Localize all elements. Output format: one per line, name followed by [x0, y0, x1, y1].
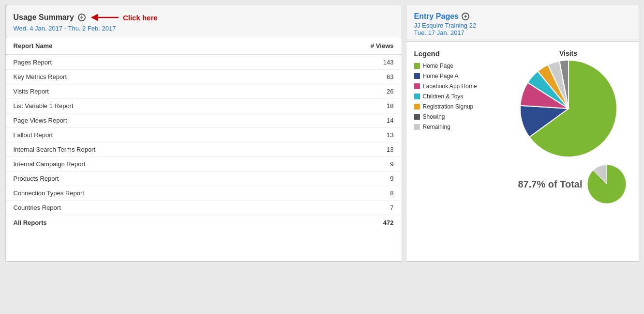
usage-summary-title: Usage Summary	[14, 13, 74, 22]
legend-item-label: Remaining	[423, 124, 450, 130]
report-table-container: Report Name # Views Pages Report143Key M…	[6, 37, 402, 261]
usage-summary-add-icon[interactable]: +	[78, 14, 86, 21]
report-views: 26	[289, 84, 401, 99]
legend-item-label: Showing	[423, 113, 445, 120]
entry-pages-subtitle1: JJ Esquire Training 22	[414, 22, 631, 29]
legend-item: Home Page	[414, 63, 501, 69]
report-views: 63	[289, 70, 401, 84]
main-pie-chart	[520, 60, 617, 157]
all-reports-label: All Reports	[6, 215, 290, 231]
report-views: 14	[289, 113, 401, 128]
report-name: Visits Report	[6, 84, 290, 99]
chart-section: Legend Home PageHome Page AFacebook App …	[414, 49, 631, 204]
right-header: Entry Pages + JJ Esquire Training 22 Tue…	[406, 5, 639, 42]
left-header-title: Usage Summary + Click here	[14, 12, 394, 23]
right-body: Legend Home PageHome Page AFacebook App …	[406, 42, 639, 261]
legend-section: Legend Home PageHome Page AFacebook App …	[414, 49, 501, 134]
legend-item-label: Facebook App Home	[423, 83, 477, 90]
legend-color-box	[414, 83, 420, 89]
arrow-icon	[90, 12, 121, 23]
report-views: 9	[289, 157, 401, 172]
report-views: 8	[289, 186, 401, 201]
legend-color-box	[414, 124, 420, 130]
all-reports-views: 472	[289, 215, 401, 231]
table-row: Key Metrics Report63	[6, 70, 402, 84]
col-report-name: Report Name	[6, 37, 290, 55]
report-views: 13	[289, 128, 401, 142]
chart-title: Visits	[559, 49, 577, 57]
col-views: # Views	[289, 37, 401, 55]
report-name: Internal Campaign Report	[6, 157, 290, 172]
report-views: 7	[289, 201, 401, 215]
table-row: Countries Report7	[6, 201, 402, 215]
legend-color-box	[414, 94, 420, 99]
table-row: Page Views Report14	[6, 113, 402, 128]
date-range: Wed. 4 Jan. 2017 - Thu. 2 Feb. 2017	[14, 25, 394, 32]
left-header: Usage Summary + Click here	[6, 5, 402, 37]
secondary-label: 87.7% of Total	[518, 179, 583, 190]
legend-item-label: Home Page A	[423, 73, 459, 79]
table-row: Products Report9	[6, 172, 402, 186]
table-row: Connection Types Report8	[6, 186, 402, 201]
report-views: 143	[289, 55, 401, 70]
pie-section: Visits 87.7% of Total	[506, 49, 631, 204]
report-views: 18	[289, 99, 401, 113]
legend-item: Home Page A	[414, 73, 501, 79]
report-name: Products Report	[6, 172, 290, 186]
right-header-title: Entry Pages +	[414, 12, 631, 21]
report-name: List Variable 1 Report	[6, 99, 290, 113]
report-table: Report Name # Views Pages Report143Key M…	[6, 37, 402, 230]
table-row: Internal Search Terms Report13	[6, 142, 402, 157]
secondary-chart: 87.7% of Total	[518, 165, 626, 204]
click-here-label[interactable]: Click here	[123, 14, 158, 22]
table-row: Visits Report26	[6, 84, 402, 99]
right-panel: Entry Pages + JJ Esquire Training 22 Tue…	[406, 5, 639, 262]
legend-color-box	[414, 114, 420, 120]
report-name: Connection Types Report	[6, 186, 290, 201]
left-panel: Usage Summary + Click here	[5, 5, 402, 262]
report-views: 13	[289, 142, 401, 157]
entry-pages-title: Entry Pages	[414, 12, 459, 21]
legend-item: Facebook App Home	[414, 83, 501, 90]
table-header-row: Report Name # Views	[6, 37, 402, 55]
table-row: Pages Report143	[6, 55, 402, 70]
legend-item: Children & Toys	[414, 93, 501, 100]
click-here-container: Click here	[90, 12, 158, 23]
entry-pages-subtitle2: Tue. 17 Jan. 2017	[414, 29, 631, 36]
table-row: Internal Campaign Report9	[6, 157, 402, 172]
report-views: 9	[289, 172, 401, 186]
report-name: Internal Search Terms Report	[6, 142, 290, 157]
report-tbody: Pages Report143Key Metrics Report63Visit…	[6, 55, 402, 230]
secondary-pie-chart	[587, 165, 626, 204]
table-row: List Variable 1 Report18	[6, 99, 402, 113]
legend-item: Remaining	[414, 124, 501, 130]
legend-title: Legend	[414, 49, 501, 58]
main-container: Usage Summary + Click here	[5, 5, 639, 262]
report-name: Fallout Report	[6, 128, 290, 142]
legend-item-label: Home Page	[423, 63, 453, 69]
legend-color-box	[414, 63, 420, 69]
all-reports-row: All Reports472	[6, 215, 402, 231]
legend-items: Home PageHome Page AFacebook App HomeChi…	[414, 63, 501, 130]
legend-item-label: Children & Toys	[423, 93, 464, 100]
legend-item: Registration Signup	[414, 103, 501, 110]
table-row: Fallout Report13	[6, 128, 402, 142]
legend-item: Showing	[414, 113, 501, 120]
report-name: Page Views Report	[6, 113, 290, 128]
report-name: Key Metrics Report	[6, 70, 290, 84]
entry-pages-add-icon[interactable]: +	[462, 13, 469, 20]
legend-item-label: Registration Signup	[423, 103, 474, 110]
legend-color-box	[414, 104, 420, 110]
legend-color-box	[414, 73, 420, 79]
report-name: Pages Report	[6, 55, 290, 70]
report-name: Countries Report	[6, 201, 290, 215]
